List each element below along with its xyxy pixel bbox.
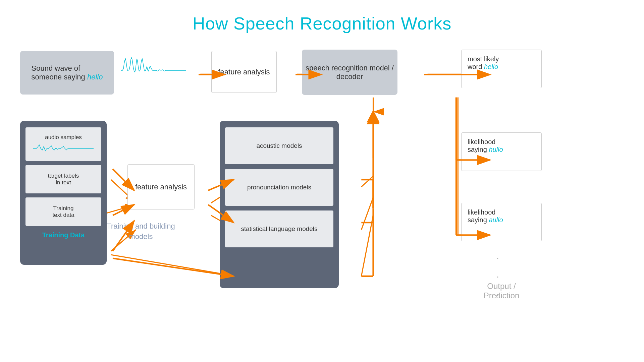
speech-model-box: speech recognition model / decoder — [302, 50, 397, 95]
language-models-label: statistical language models — [241, 225, 317, 233]
training-text-label: Trainingtext data — [52, 205, 74, 219]
audio-samples-box: audio samples — [25, 127, 101, 161]
aullo-italic: aullo — [489, 216, 503, 224]
target-labels-label: target labelsin text — [48, 173, 79, 186]
models-panel: acoustic models pronounciation models st… — [220, 121, 339, 288]
language-models-box: statistical language models — [225, 210, 333, 247]
feature-analysis-mid: feature analysis — [127, 164, 195, 209]
hello-output-italic: hello — [484, 63, 498, 70]
training-data-panel: audio samples target labelsin text Train… — [20, 121, 107, 265]
output-most-likely: most likelyword hello — [461, 50, 542, 88]
feature-analysis-mid-label: feature analysis — [135, 183, 187, 191]
speech-model-label: speech recognition model / decoder — [305, 64, 394, 81]
sound-wave-box: Sound wave ofsomeone saying hello — [20, 51, 114, 95]
training-text-box: Trainingtext data — [25, 197, 101, 226]
svg-marker-20 — [367, 110, 379, 122]
output-aullo: likelihoodsaying aullo — [461, 203, 542, 241]
svg-line-17 — [361, 176, 373, 187]
pronunciation-models-label: pronounciation models — [247, 184, 311, 191]
diagram: Sound wave ofsomeone saying hello featur… — [0, 40, 644, 362]
svg-marker-31 — [367, 111, 379, 124]
audio-samples-label: audio samples — [45, 134, 82, 141]
output-prediction-label: Output /Prediction — [461, 282, 542, 300]
sound-wave-label: Sound wave ofsomeone saying hello — [32, 64, 103, 81]
feature-analysis-top: feature analysis — [211, 51, 277, 93]
pronunciation-models-box: pronounciation models — [225, 169, 333, 206]
waveform — [121, 57, 186, 90]
output-hullo: likelihoodsaying hullo — [461, 132, 542, 171]
svg-line-37 — [113, 258, 234, 276]
training-data-badge: Training Data — [25, 231, 101, 239]
feature-analysis-top-label: feature analysis — [218, 68, 270, 76]
target-labels-box: target labelsin text — [25, 165, 101, 193]
svg-line-19 — [361, 216, 373, 276]
hello-italic: hello — [87, 73, 103, 81]
page-title: How Speech Recognition Works — [0, 0, 644, 34]
acoustic-models-label: acoustic models — [256, 142, 302, 149]
svg-line-18 — [361, 197, 373, 230]
training-caption: Training and building models — [104, 221, 178, 242]
svg-line-16 — [111, 255, 236, 276]
hullo-italic: hullo — [489, 146, 503, 153]
acoustic-models-box: acoustic models — [225, 127, 333, 164]
